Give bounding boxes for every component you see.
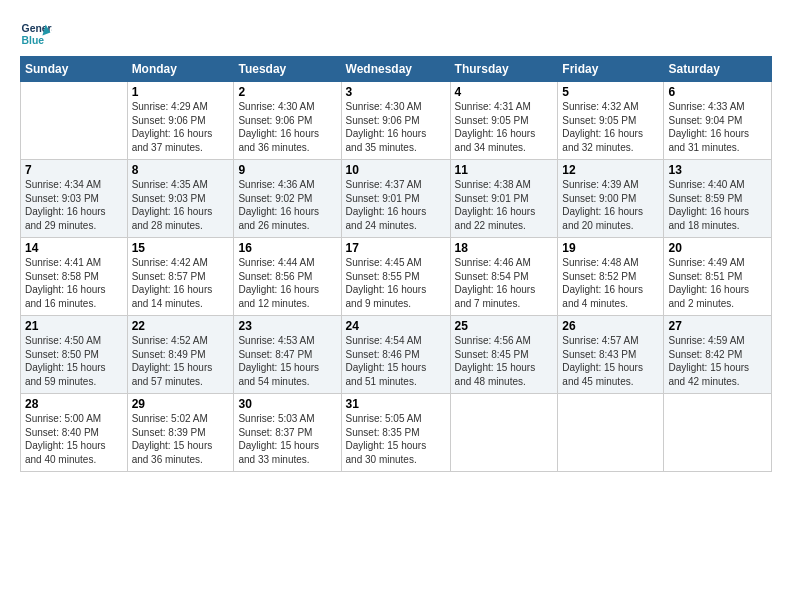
day-info: Sunrise: 4:34 AM Sunset: 9:03 PM Dayligh… xyxy=(25,178,123,232)
day-number: 3 xyxy=(346,85,446,99)
weekday-header-wednesday: Wednesday xyxy=(341,57,450,82)
logo: General Blue xyxy=(20,18,52,50)
weekday-header-sunday: Sunday xyxy=(21,57,128,82)
day-number: 26 xyxy=(562,319,659,333)
calendar-week-4: 21Sunrise: 4:50 AM Sunset: 8:50 PM Dayli… xyxy=(21,316,772,394)
day-info: Sunrise: 4:54 AM Sunset: 8:46 PM Dayligh… xyxy=(346,334,446,388)
day-number: 5 xyxy=(562,85,659,99)
calendar-cell: 20Sunrise: 4:49 AM Sunset: 8:51 PM Dayli… xyxy=(664,238,772,316)
calendar-cell: 27Sunrise: 4:59 AM Sunset: 8:42 PM Dayli… xyxy=(664,316,772,394)
day-number: 12 xyxy=(562,163,659,177)
weekday-header-thursday: Thursday xyxy=(450,57,558,82)
calendar-cell: 6Sunrise: 4:33 AM Sunset: 9:04 PM Daylig… xyxy=(664,82,772,160)
day-number: 14 xyxy=(25,241,123,255)
calendar-cell: 29Sunrise: 5:02 AM Sunset: 8:39 PM Dayli… xyxy=(127,394,234,472)
calendar-cell xyxy=(558,394,664,472)
day-info: Sunrise: 4:41 AM Sunset: 8:58 PM Dayligh… xyxy=(25,256,123,310)
calendar-cell: 9Sunrise: 4:36 AM Sunset: 9:02 PM Daylig… xyxy=(234,160,341,238)
day-number: 11 xyxy=(455,163,554,177)
day-number: 30 xyxy=(238,397,336,411)
calendar-cell xyxy=(450,394,558,472)
day-info: Sunrise: 4:59 AM Sunset: 8:42 PM Dayligh… xyxy=(668,334,767,388)
day-info: Sunrise: 4:30 AM Sunset: 9:06 PM Dayligh… xyxy=(238,100,336,154)
calendar-cell: 26Sunrise: 4:57 AM Sunset: 8:43 PM Dayli… xyxy=(558,316,664,394)
calendar-cell: 19Sunrise: 4:48 AM Sunset: 8:52 PM Dayli… xyxy=(558,238,664,316)
day-number: 13 xyxy=(668,163,767,177)
day-number: 19 xyxy=(562,241,659,255)
day-number: 16 xyxy=(238,241,336,255)
calendar-cell: 1Sunrise: 4:29 AM Sunset: 9:06 PM Daylig… xyxy=(127,82,234,160)
day-number: 17 xyxy=(346,241,446,255)
calendar-cell xyxy=(664,394,772,472)
weekday-header-row: SundayMondayTuesdayWednesdayThursdayFrid… xyxy=(21,57,772,82)
day-info: Sunrise: 5:02 AM Sunset: 8:39 PM Dayligh… xyxy=(132,412,230,466)
day-number: 10 xyxy=(346,163,446,177)
calendar-cell: 4Sunrise: 4:31 AM Sunset: 9:05 PM Daylig… xyxy=(450,82,558,160)
weekday-header-friday: Friday xyxy=(558,57,664,82)
calendar-cell: 12Sunrise: 4:39 AM Sunset: 9:00 PM Dayli… xyxy=(558,160,664,238)
day-info: Sunrise: 4:37 AM Sunset: 9:01 PM Dayligh… xyxy=(346,178,446,232)
day-info: Sunrise: 5:03 AM Sunset: 8:37 PM Dayligh… xyxy=(238,412,336,466)
day-number: 18 xyxy=(455,241,554,255)
svg-text:Blue: Blue xyxy=(22,35,45,46)
calendar-cell: 22Sunrise: 4:52 AM Sunset: 8:49 PM Dayli… xyxy=(127,316,234,394)
calendar-cell: 2Sunrise: 4:30 AM Sunset: 9:06 PM Daylig… xyxy=(234,82,341,160)
day-info: Sunrise: 5:05 AM Sunset: 8:35 PM Dayligh… xyxy=(346,412,446,466)
calendar-cell: 14Sunrise: 4:41 AM Sunset: 8:58 PM Dayli… xyxy=(21,238,128,316)
calendar-week-3: 14Sunrise: 4:41 AM Sunset: 8:58 PM Dayli… xyxy=(21,238,772,316)
calendar-cell: 16Sunrise: 4:44 AM Sunset: 8:56 PM Dayli… xyxy=(234,238,341,316)
day-info: Sunrise: 4:56 AM Sunset: 8:45 PM Dayligh… xyxy=(455,334,554,388)
day-number: 25 xyxy=(455,319,554,333)
header: General Blue xyxy=(20,18,772,50)
day-number: 2 xyxy=(238,85,336,99)
page: General Blue SundayMondayTuesdayWednesda… xyxy=(0,0,792,612)
day-info: Sunrise: 4:42 AM Sunset: 8:57 PM Dayligh… xyxy=(132,256,230,310)
calendar-cell: 31Sunrise: 5:05 AM Sunset: 8:35 PM Dayli… xyxy=(341,394,450,472)
day-info: Sunrise: 4:50 AM Sunset: 8:50 PM Dayligh… xyxy=(25,334,123,388)
day-number: 23 xyxy=(238,319,336,333)
day-number: 24 xyxy=(346,319,446,333)
day-info: Sunrise: 4:31 AM Sunset: 9:05 PM Dayligh… xyxy=(455,100,554,154)
calendar-cell: 21Sunrise: 4:50 AM Sunset: 8:50 PM Dayli… xyxy=(21,316,128,394)
day-info: Sunrise: 4:32 AM Sunset: 9:05 PM Dayligh… xyxy=(562,100,659,154)
calendar-cell: 10Sunrise: 4:37 AM Sunset: 9:01 PM Dayli… xyxy=(341,160,450,238)
calendar-cell: 15Sunrise: 4:42 AM Sunset: 8:57 PM Dayli… xyxy=(127,238,234,316)
calendar-week-1: 1Sunrise: 4:29 AM Sunset: 9:06 PM Daylig… xyxy=(21,82,772,160)
day-number: 29 xyxy=(132,397,230,411)
calendar-cell: 18Sunrise: 4:46 AM Sunset: 8:54 PM Dayli… xyxy=(450,238,558,316)
day-info: Sunrise: 4:40 AM Sunset: 8:59 PM Dayligh… xyxy=(668,178,767,232)
day-info: Sunrise: 4:45 AM Sunset: 8:55 PM Dayligh… xyxy=(346,256,446,310)
calendar-cell: 28Sunrise: 5:00 AM Sunset: 8:40 PM Dayli… xyxy=(21,394,128,472)
day-number: 20 xyxy=(668,241,767,255)
weekday-header-saturday: Saturday xyxy=(664,57,772,82)
day-info: Sunrise: 4:38 AM Sunset: 9:01 PM Dayligh… xyxy=(455,178,554,232)
calendar-cell: 7Sunrise: 4:34 AM Sunset: 9:03 PM Daylig… xyxy=(21,160,128,238)
day-number: 31 xyxy=(346,397,446,411)
day-number: 8 xyxy=(132,163,230,177)
day-info: Sunrise: 4:53 AM Sunset: 8:47 PM Dayligh… xyxy=(238,334,336,388)
day-number: 27 xyxy=(668,319,767,333)
calendar-cell: 30Sunrise: 5:03 AM Sunset: 8:37 PM Dayli… xyxy=(234,394,341,472)
calendar-cell: 11Sunrise: 4:38 AM Sunset: 9:01 PM Dayli… xyxy=(450,160,558,238)
day-number: 4 xyxy=(455,85,554,99)
day-info: Sunrise: 4:44 AM Sunset: 8:56 PM Dayligh… xyxy=(238,256,336,310)
calendar-cell: 17Sunrise: 4:45 AM Sunset: 8:55 PM Dayli… xyxy=(341,238,450,316)
day-info: Sunrise: 4:33 AM Sunset: 9:04 PM Dayligh… xyxy=(668,100,767,154)
day-info: Sunrise: 4:36 AM Sunset: 9:02 PM Dayligh… xyxy=(238,178,336,232)
calendar-week-5: 28Sunrise: 5:00 AM Sunset: 8:40 PM Dayli… xyxy=(21,394,772,472)
weekday-header-monday: Monday xyxy=(127,57,234,82)
calendar-cell: 3Sunrise: 4:30 AM Sunset: 9:06 PM Daylig… xyxy=(341,82,450,160)
day-info: Sunrise: 4:48 AM Sunset: 8:52 PM Dayligh… xyxy=(562,256,659,310)
day-info: Sunrise: 5:00 AM Sunset: 8:40 PM Dayligh… xyxy=(25,412,123,466)
day-number: 21 xyxy=(25,319,123,333)
day-info: Sunrise: 4:52 AM Sunset: 8:49 PM Dayligh… xyxy=(132,334,230,388)
calendar-table: SundayMondayTuesdayWednesdayThursdayFrid… xyxy=(20,56,772,472)
calendar-cell: 23Sunrise: 4:53 AM Sunset: 8:47 PM Dayli… xyxy=(234,316,341,394)
calendar-cell: 25Sunrise: 4:56 AM Sunset: 8:45 PM Dayli… xyxy=(450,316,558,394)
calendar-cell: 13Sunrise: 4:40 AM Sunset: 8:59 PM Dayli… xyxy=(664,160,772,238)
weekday-header-tuesday: Tuesday xyxy=(234,57,341,82)
day-info: Sunrise: 4:49 AM Sunset: 8:51 PM Dayligh… xyxy=(668,256,767,310)
day-number: 9 xyxy=(238,163,336,177)
day-number: 28 xyxy=(25,397,123,411)
day-number: 15 xyxy=(132,241,230,255)
